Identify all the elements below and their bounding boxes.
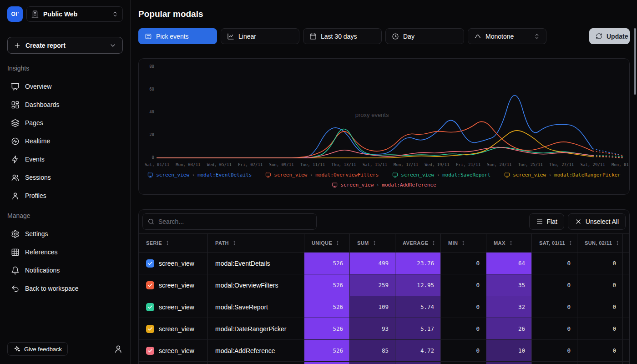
date-range-button[interactable]: Last 30 days: [303, 28, 382, 44]
sidebar-item-profiles[interactable]: Profiles: [5, 187, 126, 205]
row-checkbox[interactable]: [146, 259, 154, 268]
sort-icon[interactable]: [508, 240, 514, 246]
serie-cell: screen_view: [139, 318, 207, 339]
notifications-icon: [11, 266, 20, 275]
legend-separator: ›: [192, 172, 195, 177]
column-header-serie[interactable]: SERIE: [139, 234, 207, 252]
cell-extra: [622, 274, 629, 296]
heatmap-fill: [350, 362, 395, 364]
curve-icon: [474, 33, 481, 40]
table-row[interactable]: screen_viewmodal:AddReference526854.7201…: [139, 340, 629, 362]
legend-item[interactable]: screen_view›modal:DateRangerPicker: [504, 172, 621, 178]
sidebar-item-overview[interactable]: Overview: [5, 77, 126, 96]
table-row[interactable]: screen_viewmodal:SaveReport5261095.74032…: [139, 296, 629, 318]
search-input[interactable]: [158, 218, 312, 225]
column-header-sum[interactable]: SUM: [349, 234, 395, 252]
y-tick-label: 0: [144, 155, 154, 160]
row-checkbox[interactable]: [146, 347, 154, 355]
button-label: Pick events: [156, 33, 189, 40]
cell-sum: 499: [349, 253, 395, 274]
nav-section-label: Manage: [7, 212, 123, 221]
legend-item[interactable]: screen_view›modal:SaveReport: [392, 172, 490, 178]
sort-icon[interactable]: [615, 240, 620, 246]
give-feedback-button[interactable]: Give feedback: [7, 342, 68, 356]
column-header-min[interactable]: MIN: [440, 234, 486, 252]
column-header-sun[interactable]: SUN, 02/11: [577, 234, 622, 252]
cell-value: 526: [333, 325, 343, 332]
cell-value: 0: [567, 347, 571, 354]
row-checkbox[interactable]: [146, 281, 154, 289]
sidebar-item-label: Back to workspace: [25, 285, 79, 292]
legend-event: screen_view: [340, 182, 374, 188]
interval-button[interactable]: Day: [385, 28, 464, 44]
chart-card: 020406080 proxy events Sat, 01/11Mon, 03…: [138, 58, 630, 195]
cell-average: 5.17: [395, 318, 440, 339]
cell-unique: 526: [304, 318, 349, 339]
heatmap-fill: [395, 362, 440, 364]
cell-value: 0: [612, 347, 616, 354]
workspace-selector[interactable]: Public Web: [26, 6, 123, 22]
path-cell: modal:AddReference: [207, 340, 304, 361]
user-icon[interactable]: [114, 344, 123, 354]
column-header-sat[interactable]: SAT, 01/11: [531, 234, 577, 252]
sort-icon[interactable]: [372, 240, 377, 246]
sidebar-item-settings[interactable]: Settings: [5, 225, 126, 243]
sidebar-item-dashboards[interactable]: Dashboards: [5, 96, 126, 114]
column-header-max[interactable]: MAX: [486, 234, 531, 252]
app-logo[interactable]: OI': [7, 6, 23, 22]
sort-icon[interactable]: [568, 240, 573, 246]
table-row[interactable]: screen_viewmodal:DateRangerPicker526935.…: [139, 318, 629, 340]
column-header-unique[interactable]: UNIQUE: [304, 234, 349, 252]
update-button[interactable]: Update: [589, 28, 630, 44]
table-row[interactable]: [139, 362, 629, 364]
chart-style-button[interactable]: Monotone: [468, 28, 546, 44]
sidebar-item-sessions[interactable]: Sessions: [5, 168, 126, 187]
sort-icon[interactable]: [335, 240, 340, 246]
linear-button[interactable]: Linear: [221, 28, 299, 44]
sort-icon[interactable]: [431, 240, 436, 246]
pick-events-icon: [145, 33, 152, 40]
table-row[interactable]: screen_viewmodal:OverviewFilters52625912…: [139, 274, 629, 296]
unselect-all-button[interactable]: Unselect All: [568, 213, 626, 230]
sidebar-item-back-to-workspace[interactable]: Back to workspace: [5, 279, 126, 298]
column-header-average[interactable]: AVERAGE: [395, 234, 440, 252]
row-checkbox[interactable]: [146, 303, 154, 311]
screen-view-icon: [147, 172, 153, 178]
sidebar-item-label: Notifications: [25, 267, 60, 274]
create-report-button[interactable]: Create report: [7, 37, 123, 54]
sidebar-item-notifications[interactable]: Notifications: [5, 261, 126, 279]
column-header-path[interactable]: PATH: [207, 234, 304, 252]
sidebar-item-label: Events: [25, 156, 45, 163]
x-tick-label: Tue, 25/11: [518, 162, 543, 167]
feedback-label: Give feedback: [24, 346, 62, 353]
sidebar-item-events[interactable]: Events: [5, 150, 126, 168]
sidebar-item-pages[interactable]: Pages: [5, 114, 126, 132]
cell-min: 0: [440, 318, 486, 339]
cell-sat: 0: [531, 274, 577, 296]
search-box: [142, 213, 317, 230]
sidebar-item-references[interactable]: References: [5, 243, 126, 261]
sort-icon[interactable]: [232, 240, 237, 246]
scrollbar[interactable]: [634, 28, 636, 95]
references-icon: [11, 248, 20, 257]
x-tick-label: Sat, 15/11: [363, 162, 387, 167]
pick-events-button[interactable]: Pick events: [138, 28, 217, 44]
legend-item[interactable]: screen_view›modal:OverviewFilters: [265, 172, 379, 178]
heatmap-fill: [304, 362, 349, 364]
table-row[interactable]: screen_viewmodal:EventDetails52649923.76…: [139, 253, 629, 274]
x-axis-labels: Sat, 01/11Mon, 03/11Wed, 05/11Fri, 07/11…: [144, 162, 624, 168]
line-chart-icon: [227, 33, 234, 40]
column-label: SERIE: [146, 240, 162, 246]
legend-item[interactable]: screen_view›modal:AddReference: [332, 182, 436, 188]
sort-icon[interactable]: [460, 240, 466, 246]
legend-item[interactable]: screen_view›modal:EventDetails: [147, 172, 252, 178]
flat-toggle-button[interactable]: Flat: [529, 213, 564, 230]
button-label: Last 30 days: [321, 33, 357, 40]
sidebar-item-realtime[interactable]: Realtime: [5, 132, 126, 150]
cell-sun: 0: [577, 296, 622, 318]
column-label: AVERAGE: [403, 240, 428, 246]
cell-value: 64: [518, 260, 525, 267]
row-checkbox[interactable]: [146, 325, 154, 333]
screen-view-icon: [332, 182, 338, 188]
sort-icon[interactable]: [165, 240, 170, 246]
